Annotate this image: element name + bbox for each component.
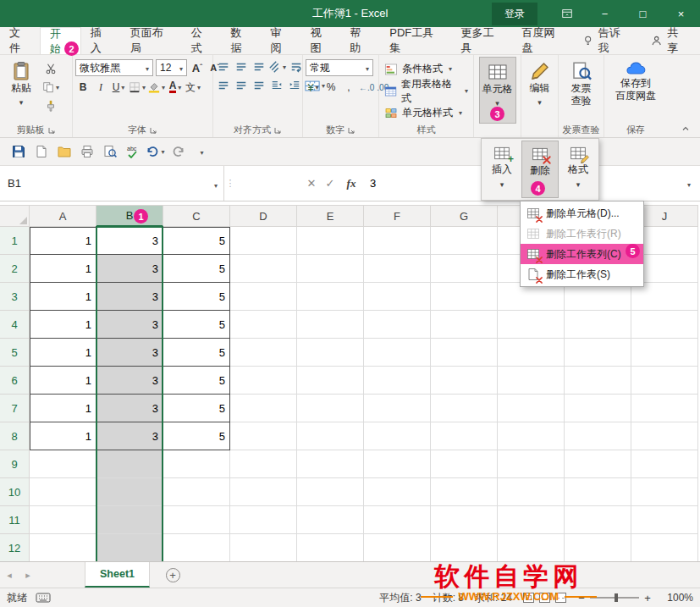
invoice-check-button[interactable]: 发票 查验 (563, 57, 600, 124)
cell-D4[interactable] (230, 311, 297, 339)
cell-H11[interactable] (498, 506, 565, 534)
menu-item-delete-sheet-columns[interactable]: 删除工作表列(C) (521, 244, 643, 264)
cell-A12[interactable] (30, 534, 96, 561)
cell-B10[interactable] (96, 478, 163, 506)
zoom-level[interactable]: 100% (663, 592, 693, 604)
cell-D2[interactable] (230, 255, 297, 283)
tell-me-box[interactable]: 告诉我 (573, 27, 639, 54)
cell-F11[interactable] (364, 506, 431, 534)
cell-J4[interactable] (631, 311, 698, 339)
cell-D6[interactable] (230, 367, 297, 395)
column-header-G[interactable]: G (431, 205, 498, 227)
quick-print-button[interactable] (75, 141, 98, 163)
percent-style-button[interactable]: % (323, 80, 339, 95)
cell-E7[interactable] (297, 395, 364, 422)
select-all-corner[interactable] (0, 205, 30, 227)
cell-styles-button[interactable]: 单元格样式 (382, 102, 471, 124)
name-box[interactable]: B1 (0, 166, 224, 201)
wrap-text-button[interactable] (289, 59, 304, 74)
orientation-button[interactable] (269, 59, 286, 74)
cell-B4[interactable]: 3 (96, 311, 163, 339)
cell-D1[interactable] (230, 227, 297, 255)
tab-file[interactable]: 文件 (0, 27, 40, 54)
bold-button[interactable]: B (75, 80, 91, 95)
cell-B8[interactable]: 3 (96, 422, 163, 450)
cell-A6[interactable]: 1 (30, 367, 96, 395)
column-header-D[interactable]: D (230, 205, 297, 227)
cell-I10[interactable] (565, 478, 631, 506)
save-to-netdisk-button[interactable]: 保存到 百度网盘 (613, 57, 659, 124)
expand-formula-bar-button[interactable] (676, 166, 700, 201)
cell-E4[interactable] (297, 311, 364, 339)
accessibility-icon[interactable] (36, 593, 51, 603)
cell-A7[interactable]: 1 (30, 395, 96, 422)
cell-E2[interactable] (297, 255, 364, 283)
formula-bar-splitter[interactable]: ⋮ (224, 166, 236, 201)
font-dialog-launcher[interactable] (149, 126, 157, 135)
cell-B12[interactable] (96, 534, 163, 561)
tab-review[interactable]: 审阅 (261, 27, 300, 54)
cell-F1[interactable] (364, 227, 431, 255)
cell-H8[interactable] (498, 422, 565, 450)
font-name-select[interactable]: 微软雅黑 (75, 59, 153, 76)
cell-G11[interactable] (431, 506, 498, 534)
cell-B7[interactable]: 3 (96, 395, 163, 422)
italic-button[interactable]: I (93, 80, 108, 95)
row-header-4[interactable]: 4 (0, 311, 30, 339)
cell-F10[interactable] (364, 478, 431, 506)
cell-C11[interactable] (163, 506, 230, 534)
cell-D9[interactable] (230, 450, 297, 478)
cell-I5[interactable] (565, 339, 631, 367)
cell-G3[interactable] (431, 283, 498, 311)
row-header-12[interactable]: 12 (0, 534, 30, 561)
cell-I11[interactable] (565, 506, 631, 534)
cell-J5[interactable] (631, 339, 698, 367)
align-top-button[interactable] (216, 59, 231, 74)
save-button[interactable] (7, 141, 30, 163)
cell-G12[interactable] (431, 534, 498, 561)
cell-A1[interactable]: 1 (30, 227, 96, 255)
format-painter-button[interactable] (42, 98, 59, 113)
sheet-nav-prev-button[interactable]: ◂ (0, 562, 19, 588)
tab-view[interactable]: 视图 (300, 27, 340, 54)
cell-C3[interactable]: 5 (163, 283, 230, 311)
cell-A11[interactable] (30, 506, 96, 534)
format-button[interactable]: 格式 (559, 141, 597, 198)
redo-button[interactable] (167, 141, 190, 163)
cell-G8[interactable] (431, 422, 498, 450)
increase-decimal-button[interactable]: ←.0 (359, 80, 374, 95)
print-preview-button[interactable] (98, 141, 121, 163)
cell-I6[interactable] (565, 367, 631, 395)
insert-function-button[interactable]: fx (339, 166, 363, 201)
undo-button[interactable] (144, 141, 167, 163)
ribbon-display-options-button[interactable] (548, 0, 586, 27)
column-header-C[interactable]: C (163, 205, 230, 227)
status-average[interactable]: 平均值: 3 (379, 591, 421, 605)
cell-D5[interactable] (230, 339, 297, 367)
cell-A5[interactable]: 1 (30, 339, 96, 367)
cell-A8[interactable]: 1 (30, 422, 96, 450)
menu-item-delete-cells[interactable]: 删除单元格(D)... (521, 203, 643, 223)
row-header-10[interactable]: 10 (0, 478, 30, 506)
cell-D10[interactable] (230, 478, 297, 506)
align-center-button[interactable] (234, 78, 249, 93)
format-as-table-button[interactable]: 套用表格格式 (382, 80, 471, 102)
cell-C12[interactable] (163, 534, 230, 561)
cell-G6[interactable] (431, 367, 498, 395)
cell-G10[interactable] (431, 478, 498, 506)
tab-help[interactable]: 帮助 (340, 27, 380, 54)
fill-color-button[interactable] (148, 80, 165, 95)
cell-H6[interactable] (498, 367, 565, 395)
row-header-5[interactable]: 5 (0, 339, 30, 367)
row-header-8[interactable]: 8 (0, 422, 30, 450)
insert-button[interactable]: + 插入 (483, 141, 521, 198)
editing-button[interactable]: 编辑 (521, 57, 559, 124)
cell-B11[interactable] (96, 506, 163, 534)
zoom-slider-thumb[interactable] (615, 593, 618, 602)
cell-C10[interactable] (163, 478, 230, 506)
borders-button[interactable] (129, 80, 146, 95)
cell-G1[interactable] (431, 227, 498, 255)
cell-H7[interactable] (498, 395, 565, 422)
cell-H4[interactable] (498, 311, 565, 339)
enter-button[interactable]: ✓ (321, 166, 339, 201)
